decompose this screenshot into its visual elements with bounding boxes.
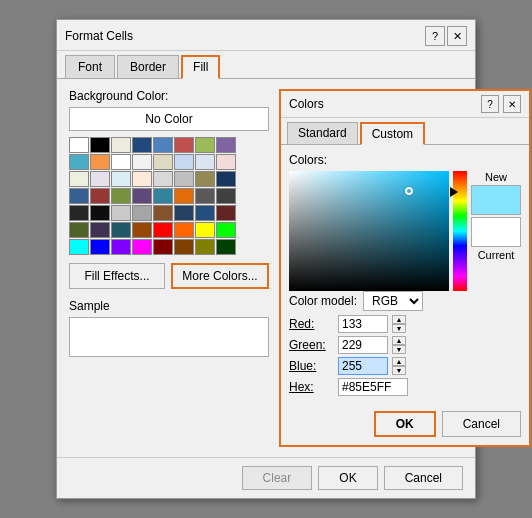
color-swatch[interactable] [132,205,152,221]
color-swatch[interactable] [111,188,131,204]
color-swatch[interactable] [132,137,152,153]
color-swatch[interactable] [90,137,110,153]
fill-effects-button[interactable]: Fill Effects... [69,263,165,289]
color-swatch[interactable] [174,137,194,153]
blue-spin-down[interactable]: ▼ [392,366,406,375]
color-swatch[interactable] [195,154,215,170]
color-swatch[interactable] [216,222,236,238]
color-swatch[interactable] [69,222,89,238]
more-colors-button[interactable]: More Colors... [171,263,269,289]
color-swatch[interactable] [153,188,173,204]
color-swatch[interactable] [90,171,110,187]
color-swatch[interactable] [111,222,131,238]
color-swatch[interactable] [132,239,152,255]
color-swatch[interactable] [174,171,194,187]
green-spin-down[interactable]: ▼ [392,345,406,354]
color-swatch[interactable] [153,222,173,238]
green-input[interactable] [338,336,388,354]
red-input-row: Red: ▲ ▼ [289,315,521,333]
color-swatch[interactable] [174,205,194,221]
color-swatch[interactable] [69,239,89,255]
colors-content: Colors: [281,145,529,407]
bottom-buttons: Fill Effects... More Colors... [69,263,269,289]
help-button[interactable]: ? [425,26,445,46]
color-swatch[interactable] [69,205,89,221]
blue-input[interactable] [338,357,388,375]
tab-font[interactable]: Font [65,55,115,78]
color-swatch[interactable] [153,137,173,153]
blue-spin-up[interactable]: ▲ [392,357,406,366]
color-swatch[interactable] [153,171,173,187]
colors-cancel-button[interactable]: Cancel [442,411,521,437]
colors-tab-custom[interactable]: Custom [360,122,425,145]
clear-button[interactable]: Clear [242,466,313,490]
color-swatch[interactable] [111,154,131,170]
color-swatch[interactable] [111,205,131,221]
color-swatch[interactable] [153,205,173,221]
color-swatch[interactable] [69,137,89,153]
color-swatch[interactable] [195,239,215,255]
color-swatch[interactable] [216,239,236,255]
color-swatch[interactable] [90,222,110,238]
hue-bar[interactable] [453,171,467,291]
red-input[interactable] [338,315,388,333]
color-gradient-picker[interactable] [289,171,449,291]
color-swatch[interactable] [90,205,110,221]
color-model-label: Color model: [289,294,359,308]
green-spin-up[interactable]: ▲ [392,336,406,345]
colors-help-button[interactable]: ? [481,95,499,113]
red-spin-up[interactable]: ▲ [392,315,406,324]
close-button[interactable]: ✕ [447,26,467,46]
color-swatch[interactable] [216,171,236,187]
color-swatch[interactable] [90,154,110,170]
color-swatch[interactable] [216,137,236,153]
color-swatch[interactable] [195,188,215,204]
no-color-button[interactable]: No Color [69,107,269,131]
hue-bar-container [453,171,467,291]
color-swatch[interactable] [195,171,215,187]
sample-label: Sample [69,299,269,313]
color-swatch[interactable] [153,239,173,255]
color-swatch[interactable] [111,137,131,153]
color-swatch[interactable] [69,188,89,204]
color-swatch[interactable] [174,239,194,255]
color-swatch[interactable] [195,137,215,153]
color-swatch[interactable] [195,205,215,221]
color-swatch[interactable] [174,154,194,170]
color-swatch[interactable] [153,154,173,170]
cancel-button[interactable]: Cancel [384,466,463,490]
color-swatch[interactable] [216,205,236,221]
red-spin-down[interactable]: ▼ [392,324,406,333]
color-swatch[interactable] [111,239,131,255]
green-label: Green: [289,338,334,352]
colors-ok-button[interactable]: OK [374,411,436,437]
color-swatch[interactable] [216,154,236,170]
colors-dialog-title: Colors [289,97,324,111]
tab-fill[interactable]: Fill [181,55,220,79]
colors-titlebar-controls: ? ✕ [481,95,521,113]
color-model-select[interactable]: RGB HSL [363,291,423,311]
color-swatch[interactable] [132,171,152,187]
color-swatch[interactable] [174,188,194,204]
tab-border[interactable]: Border [117,55,179,78]
color-swatch[interactable] [174,222,194,238]
color-swatch[interactable] [195,222,215,238]
color-swatch[interactable] [90,239,110,255]
color-swatch[interactable] [69,171,89,187]
colors-close-button[interactable]: ✕ [503,95,521,113]
new-color-box [471,185,521,215]
hex-input[interactable] [338,378,408,396]
format-cells-titlebar: Format Cells ? ✕ [57,20,475,51]
color-swatch[interactable] [132,222,152,238]
color-swatch[interactable] [132,188,152,204]
ok-button[interactable]: OK [318,466,377,490]
color-swatch[interactable] [132,154,152,170]
blue-label: Blue: [289,359,334,373]
hex-input-row: Hex: [289,378,521,396]
new-label: New [485,171,507,183]
color-swatch[interactable] [90,188,110,204]
colors-tab-standard[interactable]: Standard [287,122,358,144]
color-swatch[interactable] [111,171,131,187]
color-swatch[interactable] [69,154,89,170]
color-swatch[interactable] [216,188,236,204]
